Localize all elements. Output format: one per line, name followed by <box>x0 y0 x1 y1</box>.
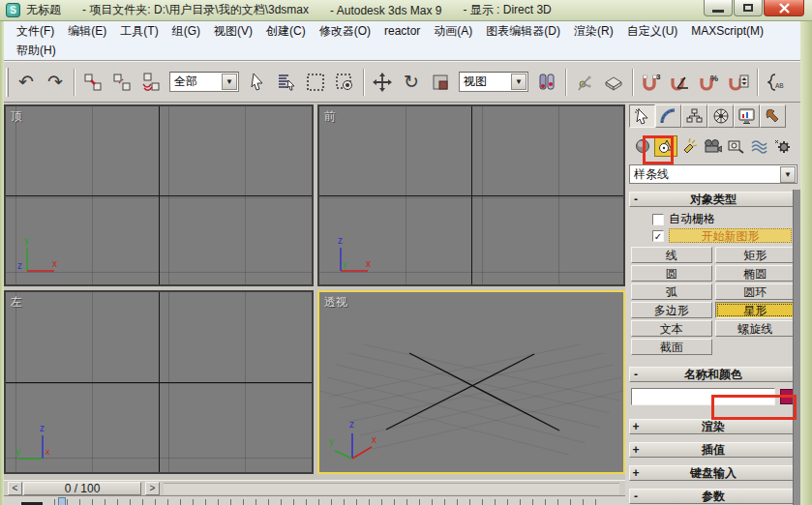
next-frame-button[interactable]: > <box>145 482 160 495</box>
redo-button[interactable]: ↷ <box>41 67 70 98</box>
viewport-top-label[interactable]: 顶 <box>11 108 22 125</box>
tab-modify[interactable] <box>655 104 681 128</box>
menu-group[interactable]: 组(G) <box>165 21 207 42</box>
menu-maxscript[interactable]: MAXScript(M) <box>684 22 770 40</box>
rollout-rendering-header[interactable]: + 渲染 <box>629 419 797 434</box>
object-name-input[interactable] <box>631 388 775 405</box>
category-helpers[interactable] <box>724 135 747 157</box>
menu-customize[interactable]: 自定义(U) <box>620 21 685 42</box>
viewport-perspective-label[interactable]: 透视 <box>324 294 347 311</box>
category-space-warps[interactable] <box>747 135 770 157</box>
menu-animation[interactable]: 动画(A) <box>427 21 479 42</box>
tab-create[interactable] <box>629 104 655 128</box>
menu-graph-editors[interactable]: 图表编辑器(D) <box>479 21 567 42</box>
app-logo-icon: S <box>6 3 20 17</box>
category-shapes[interactable] <box>654 135 677 157</box>
spinner-snap-icon <box>728 73 749 92</box>
button-section[interactable]: 截面 <box>631 339 712 355</box>
time-slider-track[interactable] <box>164 483 619 494</box>
toolbar-grip[interactable] <box>6 68 9 97</box>
angle-snap-button[interactable] <box>666 67 695 98</box>
button-text[interactable]: 文本 <box>631 320 712 337</box>
viewport-left[interactable]: 左 zyx <box>4 290 314 474</box>
menu-modifiers[interactable]: 修改器(O) <box>313 21 377 42</box>
tab-display[interactable] <box>734 104 760 128</box>
button-helix[interactable]: 螺旋线 <box>715 320 797 337</box>
viewport-left-label[interactable]: 左 <box>11 294 22 311</box>
time-slider-handle[interactable]: 0 / 100 <box>23 482 141 495</box>
command-panel-scrollbar[interactable] <box>793 190 800 505</box>
button-line[interactable]: 线 <box>631 247 712 263</box>
tab-utilities[interactable] <box>760 104 786 128</box>
menu-tools[interactable]: 工具(T) <box>113 21 165 42</box>
select-object-button[interactable] <box>243 67 272 98</box>
menu-file[interactable]: 文件(F) <box>10 21 61 42</box>
reference-coordinate-dropdown[interactable]: 视图 ▼ <box>459 72 528 92</box>
track-bar[interactable] <box>4 495 625 505</box>
percent-snap-button[interactable]: % <box>695 67 724 98</box>
tab-motion[interactable] <box>707 104 734 128</box>
rollout-rendering-title: 渲染 <box>642 419 785 435</box>
menu-edit[interactable]: 编辑(E) <box>61 21 113 42</box>
viewport-perspective[interactable]: 透视 zxy <box>317 290 625 474</box>
app-name-title: - Autodesk 3ds Max 9 <box>330 4 441 17</box>
select-and-scale-button[interactable] <box>426 67 455 98</box>
rollout-object-type-header[interactable]: - 对象类型 <box>629 192 797 207</box>
snaps-toggle-button[interactable]: 3 <box>637 67 666 98</box>
unlink-selection-button[interactable] <box>107 67 136 98</box>
auto-grid-checkbox[interactable] <box>652 214 664 225</box>
viewport-front-label[interactable]: 前 <box>324 108 336 125</box>
rollout-name-color-header[interactable]: - 名称和颜色 <box>629 367 797 382</box>
category-cameras[interactable] <box>701 135 724 157</box>
button-donut[interactable]: 圆环 <box>715 283 797 300</box>
previous-frame-button[interactable]: < <box>8 482 22 495</box>
tab-hierarchy[interactable] <box>681 104 707 128</box>
select-and-link-button[interactable] <box>78 67 107 98</box>
select-by-name-button[interactable] <box>272 67 301 98</box>
menu-reactor[interactable]: reactor <box>377 22 427 40</box>
category-lights[interactable] <box>677 135 701 157</box>
button-ngon[interactable]: 多边形 <box>631 302 712 318</box>
empty-cell <box>715 339 797 355</box>
select-and-manipulate-button[interactable] <box>570 67 599 98</box>
bind-to-space-warp-button[interactable] <box>136 67 165 98</box>
percent-snap-icon: % <box>699 73 720 92</box>
start-new-shape-checkbox[interactable]: ✓ <box>652 230 664 242</box>
select-and-rotate-button[interactable]: ↻ <box>397 67 426 98</box>
start-new-shape-button[interactable]: 开始新图形 <box>669 228 792 243</box>
svg-text:y: y <box>329 436 334 447</box>
menu-views[interactable]: 视图(V) <box>207 21 259 42</box>
menu-create[interactable]: 创建(C) <box>259 21 313 42</box>
button-rectangle[interactable]: 矩形 <box>715 247 797 263</box>
category-geometry[interactable] <box>631 135 654 157</box>
use-center-button[interactable] <box>532 67 561 98</box>
category-systems[interactable] <box>770 135 794 157</box>
viewport-front[interactable]: 前 zxy <box>317 104 625 286</box>
rollout-keyboard-entry-header[interactable]: + 键盘输入 <box>629 465 797 481</box>
maximize-button[interactable] <box>734 0 763 16</box>
window-crossing-toggle-button[interactable] <box>330 67 359 98</box>
selection-filter-dropdown[interactable]: 全部 ▼ <box>169 72 239 92</box>
button-ellipse[interactable]: 椭圆 <box>715 265 797 282</box>
svg-text:z: z <box>349 419 354 430</box>
subcategory-dropdown[interactable]: 样条线 ▼ <box>629 164 797 184</box>
menu-help[interactable]: 帮助(H) <box>10 41 63 61</box>
rectangular-selection-region-button[interactable] <box>301 67 330 98</box>
button-star[interactable]: 星形 <box>715 302 797 318</box>
rollout-interpolation-header[interactable]: + 插值 <box>629 442 797 458</box>
viewport-top[interactable]: 顶 yxz <box>4 104 314 286</box>
rollout-parameters-header[interactable]: - 参数 <box>629 489 797 504</box>
menu-rendering[interactable]: 渲染(R) <box>567 21 620 42</box>
close-button[interactable] <box>764 0 804 16</box>
named-selection-sets-button[interactable]: AB <box>762 67 791 98</box>
keyboard-shortcut-override-button[interactable] <box>599 67 628 98</box>
select-and-move-button[interactable] <box>368 67 397 98</box>
select-object-icon <box>250 73 265 92</box>
undo-button[interactable]: ↶ <box>12 67 41 98</box>
svg-text:x: x <box>45 447 50 457</box>
spinner-snap-button[interactable] <box>724 67 753 98</box>
button-arc[interactable]: 弧 <box>631 283 712 300</box>
button-circle[interactable]: 圆 <box>631 265 712 282</box>
viewport-area: 顶 yxz 前 zxy 左 zyx <box>4 103 625 480</box>
minimize-button[interactable] <box>704 0 733 16</box>
